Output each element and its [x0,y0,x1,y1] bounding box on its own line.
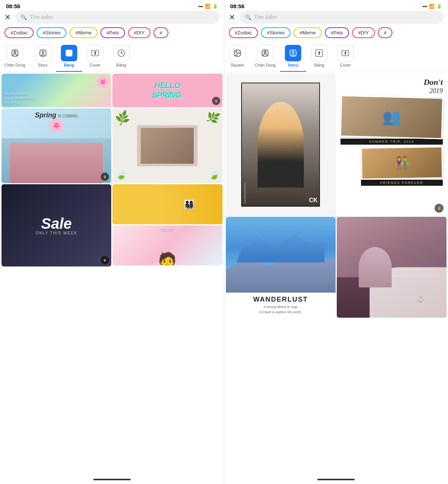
leaf-bottom-right: 🍃 [206,167,220,181]
category-icon-story-left [35,45,51,61]
hashtag-zodiac-left[interactable]: #Zodiac [4,27,34,38]
category-chan-dung-left[interactable]: Chân Dung [0,43,30,72]
portrait-logo: CK [309,197,318,204]
templates-area-right: fashionweek CK Don't 2019 👥 [224,72,448,477]
close-button-right[interactable]: ✕ [229,13,237,22]
plants-content: 🌿 🌿 🍃 🍃 [112,108,222,183]
template-row-1-right: fashionweek CK Don't 2019 👥 [226,74,447,216]
template-wanderlust[interactable]: WANDERLUST a strong desire or urgeto tra… [226,217,336,318]
template-spring-coming[interactable]: 🌸 Spring IS COMING ♛ [1,108,111,183]
category-label-cover-right: Cover [340,63,351,67]
categories-right: Square Chân Dung Story f Đăng [224,40,448,72]
crown-badge-sale: ♛ [101,256,109,264]
category-icon-cover-right: f [337,45,354,61]
template-row-2-right: WANDERLUST a strong desire or urgeto tra… [226,217,447,318]
spring-flowers-text: Let your heartssing as flowers bloomthis… [4,92,36,105]
home-indicator-left [93,479,131,480]
category-story-left[interactable]: Story [30,43,56,72]
category-chan-dung-right[interactable]: Chân Dung [251,43,280,72]
spring-text: Spring [35,111,56,119]
people-emoji: 👥 [382,108,401,126]
plants-photo [141,128,194,163]
hashtag-stories-right[interactable]: #Stories [261,27,291,38]
template-portrait[interactable]: fashionweek CK [226,74,336,216]
hashtag-zodiac-right[interactable]: #Zodiac [229,27,258,38]
template-spring-flowers[interactable]: Let your heartssing as flowers bloomthis… [1,74,111,107]
category-label-cover-left: Cover [90,63,100,67]
template-chinese[interactable]: 🏮 👨‍👩‍👧‍👦 [112,184,222,224]
template-row-3-left: Sale ONLY THIS WEEK ♛ 🏮 👨‍👩‍👧‍👦 [1,184,223,266]
hashtags-left: #Zodiac #Stories #Meme #Pets #DIY # [0,25,224,40]
search-input-right[interactable]: 🔍 Tìm kiếm [240,11,444,24]
hashtag-stories-left[interactable]: #Stories [37,27,66,38]
hashtag-diy-right[interactable]: #DIY [352,27,375,38]
template-row-1-left: Let your heartssing as flowers bloomthis… [1,74,223,107]
phone-left: 08:56 ▪▪▪ 📶 🔋 ✕ 🔍 Tìm kiếm #Zodiac #Stor… [0,0,224,484]
category-dang2-left[interactable]: Đăng [108,43,134,72]
template-wedding[interactable]: 💍 [337,217,447,318]
svg-point-12 [264,51,267,53]
right-col-3-left: 🏮 👨‍👩‍👧‍👦 🧑 [112,184,222,266]
crown-badge-hello-spring: ♛ [212,97,220,105]
hashtag-more-right[interactable]: # [378,27,392,38]
category-icon-dang-right: f [311,45,327,61]
wanderlust-image [226,217,336,293]
spring-coming-title: Spring IS COMING [1,108,111,122]
hashtag-pets-right[interactable]: #Pets [325,27,349,38]
template-plants[interactable]: 🌿 🌿 🍃 🍃 [112,108,222,183]
category-story-right[interactable]: Story [280,43,306,72]
category-cover-left[interactable]: f Cover [82,43,108,72]
time-left: 08:56 [6,3,20,9]
hashtag-more-left[interactable]: # [153,27,168,38]
battery-icon: 🔋 [212,4,218,9]
category-label-story-right: Story [288,63,298,67]
chinese-family: 👨‍👩‍👧‍👦 [156,184,223,224]
hashtag-diy-left[interactable]: #DIY [128,27,151,38]
wanderlust-rocks [237,232,324,262]
collage-photo-1: 👥 [340,95,443,139]
collage-image-1: 👥 [341,96,442,138]
spring-coming-content: 🌸 Spring IS COMING [1,108,111,183]
search-placeholder-left: Tìm kiếm [30,14,53,21]
templates-area-left: Let your heartssing as flowers bloomthis… [0,72,224,477]
status-bar-left: 08:56 ▪▪▪ 📶 🔋 [0,0,224,11]
template-sale[interactable]: Sale ONLY THIS WEEK ♛ [1,184,111,266]
category-square-right[interactable]: Square [224,43,251,72]
crown-badge-collage: ♛ [435,204,444,213]
category-icon-square-right [229,45,246,61]
category-icon-chan-dung-left [7,45,23,61]
category-cover-right[interactable]: f Cover [332,43,358,72]
wanderlust-title-text: WANDERLUST [229,296,333,303]
search-bar-wrapper-right: ✕ 🔍 Tìm kiếm [224,11,448,24]
category-icon-dang-left: f [61,45,77,61]
hashtag-meme-left[interactable]: #Meme [69,27,97,38]
svg-point-14 [292,52,294,53]
close-button-left[interactable]: ✕ [4,13,12,22]
svg-text:f: f [345,51,346,55]
sale-main-text: Sale [35,216,77,231]
leaf-bottom-left: 🍃 [115,167,128,181]
spring-coming-model [1,138,111,183]
template-hello-spring[interactable]: HELLOSPRING. ♛ [112,74,222,107]
phone-right: 08:56 ▪▪▪ 📶 🔋 ✕ 🔍 Tìm kiếm #Zodiac #Stor… [224,0,448,484]
category-icon-cover-left: f [87,45,103,61]
category-label-story-left: Story [38,63,48,67]
template-colorful[interactable]: 🧑 [112,225,222,265]
hashtag-meme-right[interactable]: #Meme [293,27,321,38]
collage-year-text: 2019 [429,87,443,95]
hashtag-pets-left[interactable]: #Pets [100,27,125,38]
svg-point-10 [236,51,237,52]
category-dang-left[interactable]: f Đăng [56,43,82,72]
template-collage[interactable]: Don't 2019 👥 SUMMER TRIP, 2019 [337,74,447,216]
template-row-2-left: 🌸 Spring IS COMING ♛ [1,108,223,183]
wanderlust-text-area: WANDERLUST a strong desire or urgeto tra… [226,293,336,318]
search-bar-wrapper-left: ✕ 🔍 Tìm kiếm [0,11,224,24]
category-label-chan-dung-left: Chân Dung [4,63,25,67]
collage-image-2: 👫 [362,147,442,179]
wanderlust-sub-text: a strong desire or urgeto travel & explo… [229,305,333,315]
svg-point-3 [42,52,44,53]
search-input-left[interactable]: 🔍 Tìm kiếm [15,11,220,24]
is-coming-text: IS COMING [58,114,78,118]
status-icons-right: ▪▪▪ 📶 🔋 [422,4,442,9]
category-dang-right[interactable]: f Đăng [306,43,332,72]
